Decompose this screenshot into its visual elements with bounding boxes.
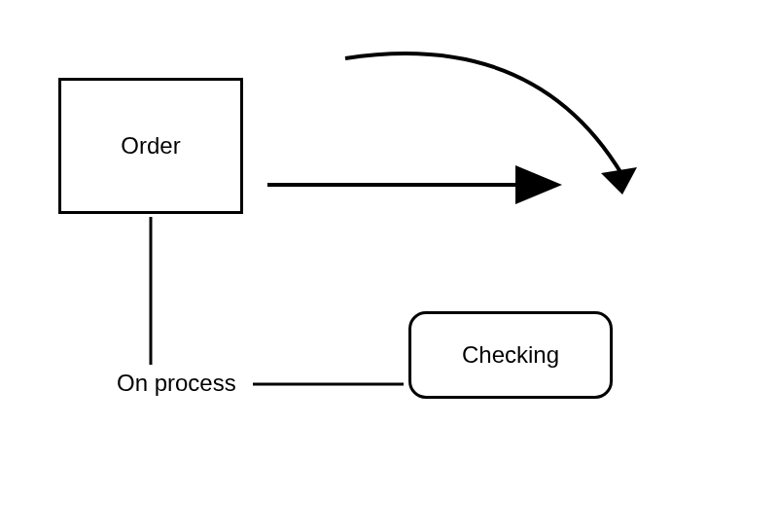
order-node: Order [58,78,243,214]
curved-arrow-head [601,167,637,195]
checking-node: Checking [408,311,613,399]
curved-arrow [345,53,622,175]
order-label: Order [121,132,180,160]
on-process-label: On process [117,370,236,397]
checking-label: Checking [462,341,559,369]
